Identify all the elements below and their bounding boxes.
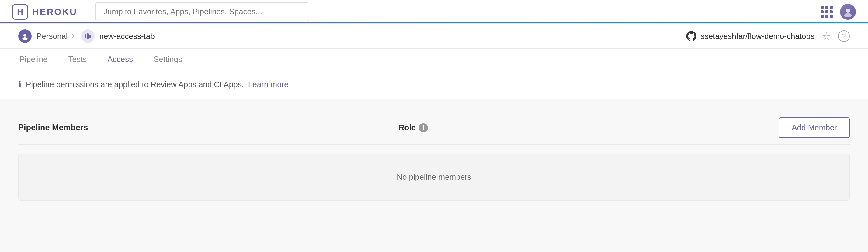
info-text: Pipeline permissions are applied to Revi…: [26, 80, 244, 89]
info-banner: ℹ Pipeline permissions are applied to Re…: [0, 70, 868, 99]
role-column-header: Role i: [399, 123, 779, 132]
top-nav: H HEROKU: [0, 0, 868, 24]
role-info-icon[interactable]: i: [419, 123, 428, 132]
svg-rect-4: [85, 34, 86, 38]
svg-rect-6: [89, 35, 91, 38]
apps-grid-icon[interactable]: [820, 6, 833, 18]
tab-settings[interactable]: Settings: [152, 55, 183, 70]
no-members-box: No pipeline members: [18, 154, 850, 201]
add-member-button[interactable]: Add Member: [779, 117, 850, 138]
personal-account-icon: [18, 30, 32, 43]
breadcrumb-right: ssetayeshfar/flow-demo-chatops ☆ ?: [685, 30, 850, 42]
svg-point-3: [22, 37, 28, 40]
github-link[interactable]: ssetayeshfar/flow-demo-chatops: [685, 30, 814, 42]
tab-access[interactable]: Access: [106, 55, 134, 70]
nav-right: [820, 4, 856, 20]
search-input[interactable]: [95, 2, 308, 21]
tab-tests[interactable]: Tests: [67, 55, 88, 70]
svg-rect-5: [87, 33, 89, 39]
tabs-bar: Pipeline Tests Access Settings: [0, 48, 868, 70]
pipeline-icon: [81, 30, 95, 43]
main-content: Pipeline Members Role i Add Member No pi…: [0, 99, 868, 213]
members-title: Pipeline Members: [18, 123, 399, 132]
svg-point-0: [846, 8, 850, 13]
no-members-text: No pipeline members: [397, 173, 471, 182]
breadcrumb-personal[interactable]: Personal: [36, 32, 76, 41]
learn-more-link[interactable]: Learn more: [248, 80, 289, 89]
heroku-logo-icon: H: [12, 4, 28, 20]
svg-point-1: [844, 13, 851, 17]
avatar[interactable]: [840, 4, 856, 20]
tab-pipeline[interactable]: Pipeline: [18, 55, 49, 70]
breadcrumb-app-name: new-access-tab: [99, 32, 155, 41]
help-icon[interactable]: ?: [838, 30, 850, 42]
members-header: Pipeline Members Role i Add Member: [18, 111, 850, 145]
breadcrumb-left: Personal new-access-tab: [18, 30, 155, 43]
heroku-wordmark: HEROKU: [32, 7, 77, 17]
breadcrumb-bar: Personal new-access-tab ssetayeshfar/flo…: [0, 24, 868, 48]
role-label: Role: [399, 123, 416, 132]
personal-label: Personal: [36, 32, 68, 41]
info-icon: ℹ: [18, 79, 22, 89]
svg-point-2: [23, 34, 27, 37]
logo-area: H HEROKU: [12, 4, 77, 20]
star-icon[interactable]: ☆: [822, 30, 831, 42]
github-repo-name: ssetayeshfar/flow-demo-chatops: [701, 32, 814, 41]
